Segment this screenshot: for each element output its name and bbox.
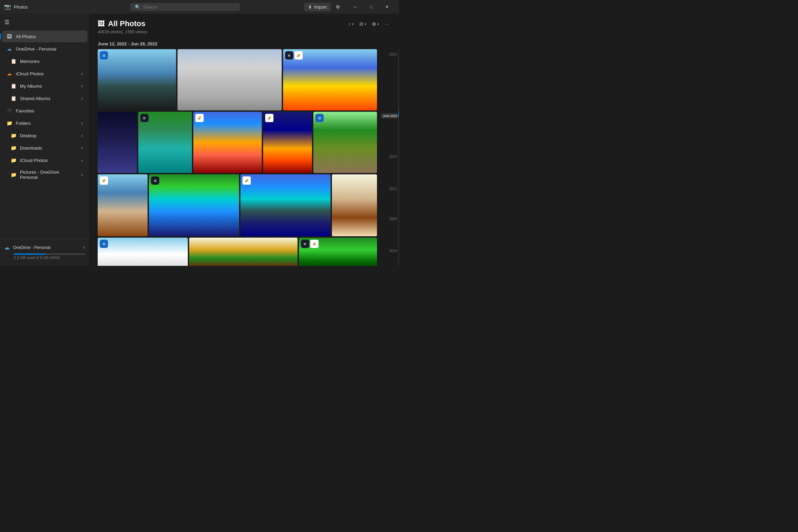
photo-cell-stars[interactable] [98, 112, 137, 173]
sidebar-item-my-albums[interactable]: 📋 My Albums ∨ [2, 80, 87, 92]
content-title-row: 🖼 All Photos ↕ ∨ ⊟ ∨ ⊞ ∨ [98, 19, 391, 28]
maximize-button[interactable]: □ [363, 1, 379, 12]
year-label-2023[interactable]: 2023 [389, 53, 397, 56]
photo-cell-desert[interactable]: 🌈 [98, 174, 148, 236]
sidebar-label-desktop: Desktop [20, 133, 77, 138]
photo-cell-hands[interactable]: ▣ 🌈 [299, 238, 377, 266]
badge-screen-lake: ▣ [151, 176, 159, 185]
sidebar-item-icloud-folder[interactable]: 📁 iCloud Photos ∨ [2, 154, 87, 166]
chevron-desktop-icon: ∨ [81, 134, 83, 138]
photo-grid: ▤ ▣ 🌈 [98, 49, 378, 266]
onedrive-footer-icon: ☁ [4, 244, 10, 251]
photo-cell-city[interactable]: ▤ [98, 49, 176, 110]
screen-bridge-icon: ▣ [143, 116, 146, 120]
badge-blue-olive: ▤ [315, 114, 324, 122]
title-bar-right: ⬇ Import ⚙ ─ □ ✕ [304, 1, 395, 12]
photo-cell-bridge[interactable]: ▣ [138, 112, 192, 173]
ellipsis-icon: ··· [385, 21, 389, 26]
import-button[interactable]: ⬇ Import [304, 3, 331, 11]
sidebar-label-shared-albums: Shared Albums [20, 96, 77, 101]
year-label-2021[interactable]: 2021 [389, 187, 397, 191]
year-label-2022[interactable]: 2022 [389, 155, 397, 159]
screen-icon: ▣ [288, 54, 291, 57]
more-button[interactable]: ··· [383, 20, 391, 28]
photo-cell-olive[interactable]: ▤ [313, 112, 377, 173]
main-layout: ☰ 🖼 All Photos ☁ OneDrive - Personal 📋 M… [0, 14, 399, 266]
hamburger-menu[interactable]: ☰ [0, 15, 14, 29]
storage-progress-bar [14, 253, 85, 255]
photo-cell-harbor[interactable]: 🌈 [240, 174, 331, 236]
content-toolbar: ↕ ∨ ⊟ ∨ ⊞ ∨ ··· [346, 20, 391, 28]
sidebar-label-icloud: iCloud Photos [16, 71, 77, 76]
chevron-onedrive-footer-icon: ∨ [83, 246, 85, 249]
year-labels-panel: 2023 June 2022 2022 2021 2020 [378, 49, 399, 266]
search-icon: 🔍 [135, 4, 140, 10]
filter-button[interactable]: ⊟ ∨ [357, 20, 369, 28]
year-indicator-june2022: June 2022 [381, 113, 399, 118]
sidebar-item-shared-albums[interactable]: 📋 Shared Albums ∨ [2, 93, 87, 104]
photo-cell-food[interactable] [189, 238, 298, 266]
icloud-harbor-icon: 🌈 [245, 179, 248, 182]
chevron-down-icon: ∨ [81, 72, 83, 76]
icloud-icon: ☁ [6, 70, 12, 77]
sidebar-label-folders: Folders [16, 121, 77, 126]
badge-sky-icon: ▤ [103, 242, 106, 246]
icloud-tree-icon: 🌈 [268, 117, 271, 120]
badge-icloud-sunset: 🌈 [195, 114, 204, 122]
sidebar-item-desktop[interactable]: 📁 Desktop ∨ [2, 130, 87, 141]
search-input[interactable] [143, 4, 235, 10]
year-label-2020[interactable]: 2020 [389, 217, 397, 221]
photo-cell-plane[interactable]: ▣ 🌈 [283, 49, 377, 110]
sidebar-label-pictures-onedrive: Pictures - OneDrive Personal [20, 170, 77, 180]
badge-blue-city: ▤ [100, 51, 108, 59]
minimize-button[interactable]: ─ [347, 1, 363, 12]
badge-icloud-tree: 🌈 [265, 114, 273, 122]
page-title: All Photos [108, 19, 145, 28]
sidebar-item-folders[interactable]: 📁 Folders ∨ [2, 117, 87, 129]
sidebar-item-memories[interactable]: 📋 Memories [2, 55, 87, 67]
album-icon: 📋 [10, 83, 17, 89]
photo-cell-lake[interactable]: ▣ [149, 174, 239, 236]
grid-icon: ⊞ [372, 21, 376, 26]
photo-row-3: 🌈 ▣ 🌈 [98, 174, 377, 236]
search-box[interactable]: 🔍 [130, 3, 240, 11]
chevron-right-icon: ∨ [81, 84, 83, 88]
photo-cell-dog[interactable] [332, 174, 377, 236]
badge-icloud-desert: 🌈 [100, 176, 108, 185]
sidebar: ☰ 🖼 All Photos ☁ OneDrive - Personal 📋 M… [0, 14, 89, 266]
onedrive-footer-label: OneDrive - Personal [13, 245, 51, 250]
sidebar-label-icloud-folder: iCloud Photos [20, 158, 77, 163]
photo-cell-carnival[interactable] [177, 49, 282, 110]
view-chevron-icon: ∨ [377, 22, 379, 26]
sidebar-item-downloads[interactable]: 📁 Downloads ∨ [2, 142, 87, 154]
badge-icloud-hands: 🌈 [310, 240, 319, 248]
badge-screen-plane: ▣ [285, 51, 293, 59]
sidebar-item-favorites[interactable]: ♡ Favorites [2, 105, 87, 117]
photo-cell-sunset-city[interactable]: 🌈 [193, 112, 262, 173]
title-bar: 📷 Photos 🔍 ⬇ Import ⚙ ─ □ ✕ [0, 0, 399, 14]
pictures-onedrive-icon: 📁 [10, 172, 17, 178]
photo-row-4: ▤ ▣ 🌈 [98, 238, 377, 266]
onedrive-storage-row[interactable]: ☁ OneDrive - Personal ∨ [4, 243, 85, 252]
sort-button[interactable]: ↕ ∨ [346, 20, 356, 28]
sidebar-footer: ☁ OneDrive - Personal ∨ 2.2 GB used of 5… [0, 239, 89, 263]
date-range-header: June 12, 2022 - Jun 28, 2022 [89, 37, 399, 49]
sidebar-item-onedrive[interactable]: ☁ OneDrive - Personal [2, 43, 87, 55]
close-button[interactable]: ✕ [379, 1, 395, 12]
sidebar-item-pictures-onedrive[interactable]: 📁 Pictures - OneDrive Personal ∨ [2, 167, 87, 183]
icloud-sunset-icon: 🌈 [198, 117, 201, 120]
settings-button[interactable]: ⚙ [332, 1, 343, 12]
content-title: 🖼 All Photos [98, 19, 145, 28]
view-button[interactable]: ⊞ ∨ [370, 20, 381, 28]
title-bar-center: 🔍 [66, 3, 304, 11]
app-title: Photos [14, 4, 28, 10]
year-label-2019[interactable]: 2019 [389, 249, 397, 253]
scroll-indicator-line [398, 111, 399, 117]
icloud-hands-icon: 🌈 [313, 242, 316, 246]
sort-chevron-icon: ∨ [352, 22, 354, 26]
photo-cell-tree-sunset[interactable]: 🌈 [263, 112, 312, 173]
sidebar-item-all-photos[interactable]: 🖼 All Photos [2, 31, 87, 42]
photo-cell-sky[interactable]: ▤ [98, 238, 188, 266]
content-header: 🖼 All Photos ↕ ∨ ⊟ ∨ ⊞ ∨ [89, 14, 399, 37]
sidebar-item-icloud[interactable]: ☁ iCloud Photos ∨ [2, 68, 87, 79]
